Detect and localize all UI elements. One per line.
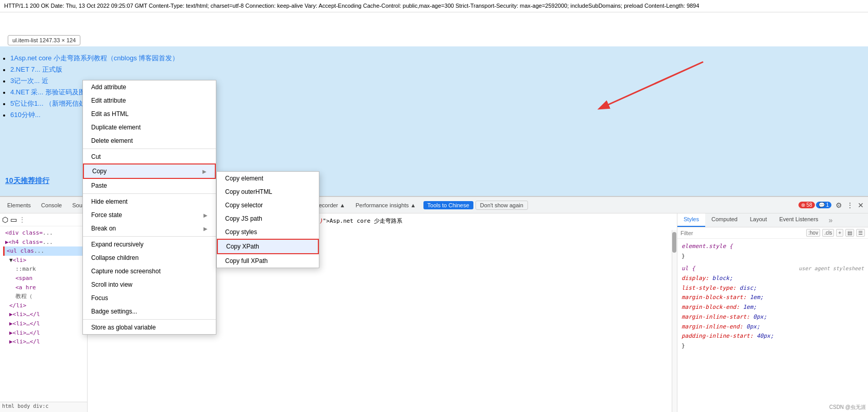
copy-submenu: Copy element Copy outerHTML Copy selecto… xyxy=(216,171,319,268)
inspect-icon[interactable]: ⬡ xyxy=(2,216,8,224)
submenu-copy-xpath[interactable]: Copy XPath xyxy=(217,239,319,254)
computed-styles-button[interactable]: ☰ xyxy=(856,229,865,237)
separator xyxy=(83,149,216,149)
menu-item-delete-element[interactable]: Delete element xyxy=(83,134,216,147)
menu-item-cut[interactable]: Cut xyxy=(83,150,216,163)
menu-item-copy[interactable]: Copy▶ xyxy=(83,163,216,179)
tree-line: ▶<li>…</l xyxy=(3,337,84,347)
menu-item-collapse-children[interactable]: Collapse children xyxy=(83,251,216,265)
tree-line: ▶<li>…</l xyxy=(3,310,84,319)
element-tooltip: ul.item-list 1247.33 × 124 xyxy=(8,35,80,45)
menu-item-edit-attribute[interactable]: Edit attribute xyxy=(83,94,216,107)
styles-panel: Styles Computed Layout Event Listeners »… xyxy=(677,213,868,412)
menu-item-edit-as-html[interactable]: Edit as HTML xyxy=(83,107,216,121)
menu-item-paste[interactable]: Paste xyxy=(83,179,216,192)
tree-line: <span xyxy=(3,274,84,283)
tab-console[interactable]: Console xyxy=(36,200,67,210)
submenu-copy-styles[interactable]: Copy styles xyxy=(217,225,319,239)
elements-tree: <div class=... ▶<h4 class=... <ul clas..… xyxy=(0,226,87,349)
tree-line: </li> xyxy=(3,301,84,310)
submenu-copy-full-xpath[interactable]: Copy full XPath xyxy=(217,254,319,268)
hov-filter-button[interactable]: :hov xyxy=(806,229,820,237)
tree-line: <a hre xyxy=(3,283,84,292)
separator xyxy=(83,319,216,320)
separator xyxy=(83,193,216,194)
subtab-event-listeners[interactable]: Event Listeners xyxy=(773,213,825,227)
context-menu-main: Add attribute Edit attribute Edit as HTM… xyxy=(82,80,216,335)
cls-filter-button[interactable]: .cls xyxy=(822,229,834,237)
menu-item-add-attribute[interactable]: Add attribute xyxy=(83,80,216,94)
list-item: 1Asp.net core 小走弯路系列教程（cnblogs 博客园首发） xyxy=(10,54,858,63)
submenu-copy-js-path[interactable]: Copy JS path xyxy=(217,212,319,225)
tree-line: <div class=... xyxy=(3,228,84,238)
subtab-styles[interactable]: Styles xyxy=(677,213,705,227)
menu-item-badge-settings[interactable]: Badge settings... xyxy=(83,305,216,318)
message-badge: 💬 1 xyxy=(816,202,831,208)
translate-to-chinese-button[interactable]: Tools to Chinese xyxy=(423,201,473,209)
styles-filter-input[interactable] xyxy=(680,230,804,236)
menu-item-duplicate-element[interactable]: Duplicate element xyxy=(83,121,216,134)
menu-item-expand-recursively[interactable]: Expand recursively xyxy=(83,238,216,251)
tree-line-selected[interactable]: <ul clas... xyxy=(3,246,84,256)
menu-item-focus[interactable]: Focus xyxy=(83,291,216,305)
menu-item-store-as-global[interactable]: Store as global variable xyxy=(83,321,216,334)
add-style-rule-button[interactable]: + xyxy=(836,229,843,237)
menu-item-hide-element[interactable]: Hide element xyxy=(83,195,216,208)
elements-toolbar: ⬡ ▭ ⋮ xyxy=(0,213,87,226)
tree-line: ▼<li> xyxy=(3,256,84,265)
list-item: 2.NET 7... 正式版 xyxy=(10,65,858,74)
menu-item-force-state[interactable]: Force state▶ xyxy=(83,208,216,222)
recommend-heading[interactable]: 10天推荐排行 xyxy=(5,176,49,186)
submenu-copy-element[interactable]: Copy element xyxy=(217,172,319,185)
separator xyxy=(83,236,216,237)
tooltip-dimensions: 1247.33 × 124 xyxy=(40,37,76,43)
submenu-copy-outerhtml[interactable]: Copy outerHTML xyxy=(217,185,319,199)
style-rule-element: element.style { } xyxy=(682,242,864,261)
styles-subtabs: Styles Computed Layout Event Listeners » xyxy=(677,213,868,227)
device-icon[interactable]: ▭ xyxy=(10,216,17,224)
elements-panel: ⬡ ▭ ⋮ <div class=... ▶<h4 class=... <ul … xyxy=(0,213,88,412)
subtab-layout[interactable]: Layout xyxy=(744,213,773,227)
http-header-text: HTTP/1.1 200 OK Date: Thu, 13 Oct 2022 0… xyxy=(4,3,699,9)
subtab-computed[interactable]: Computed xyxy=(705,213,744,227)
subtab-more-icon[interactable]: » xyxy=(825,213,837,227)
styles-filter-bar: :hov .cls + ▤ ☰ xyxy=(677,227,868,239)
tree-line: ▶<h4 class=... xyxy=(3,238,84,247)
tree-line: ::mark xyxy=(3,265,84,274)
menu-item-capture-screenshot[interactable]: Capture node screenshot xyxy=(83,265,216,278)
csdn-watermark: CSDN @虫无涯 xyxy=(829,404,866,411)
scrollbar[interactable] xyxy=(672,230,677,412)
tooltip-element: ul.item-list xyxy=(12,37,38,43)
tree-line: ▶<li>…</l xyxy=(3,328,84,338)
tab-performance-insights[interactable]: Performance insights ▲ xyxy=(350,200,421,210)
menu-item-scroll-into-view[interactable]: Scroll into view xyxy=(83,278,216,291)
toggle-sidebar-button[interactable]: ▤ xyxy=(845,229,854,237)
close-devtools-icon[interactable]: ✕ xyxy=(856,201,866,209)
styles-content: element.style { } ul { user agent styles… xyxy=(677,239,868,401)
more-tabs-icon[interactable]: ⋮ xyxy=(19,216,25,223)
tab-elements[interactable]: Elements xyxy=(2,200,36,210)
http-header-bar: HTTP/1.1 200 OK Date: Thu, 13 Oct 2022 0… xyxy=(0,0,868,12)
tree-line: 教程（ xyxy=(3,292,84,301)
menu-item-break-on[interactable]: Break on▶ xyxy=(83,222,216,235)
tree-line: ▶<li>…</l xyxy=(3,319,84,328)
submenu-copy-selector[interactable]: Copy selector xyxy=(217,199,319,212)
html-source-bar: html body div:c xyxy=(0,402,88,412)
dont-show-again-button[interactable]: Don't show again xyxy=(475,201,528,210)
settings-icon[interactable]: ⚙ xyxy=(833,201,844,209)
scrollbar-thumb[interactable] xyxy=(672,232,676,253)
style-rule-ul: ul { user agent stylesheet display: bloc… xyxy=(682,264,864,351)
more-options-icon[interactable]: ⋮ xyxy=(844,201,856,209)
error-badge: ⊗ 58 xyxy=(798,202,815,208)
